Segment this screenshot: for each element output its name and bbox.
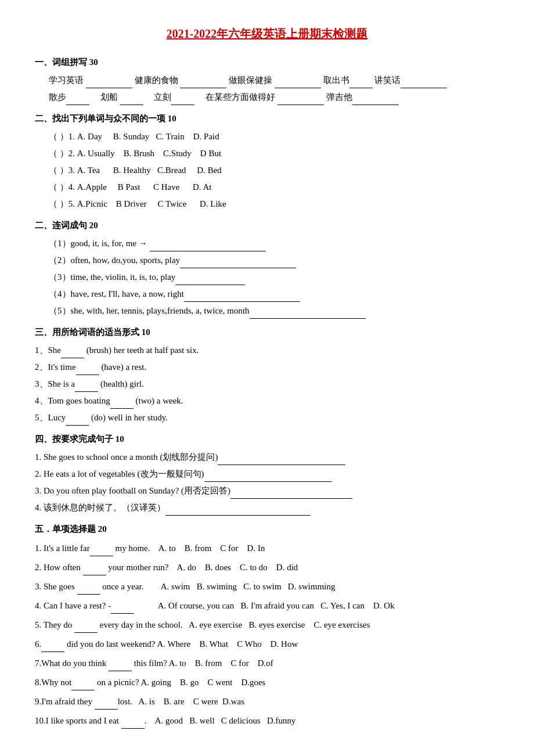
- blank: [400, 79, 447, 88]
- blank: [165, 506, 311, 516]
- blank: [120, 96, 143, 105]
- blank: [250, 309, 366, 319]
- blank: [175, 276, 245, 285]
- blank: [121, 719, 145, 729]
- s6-item-9: 9.I'm afraid they lost. A. is B. are C w…: [35, 694, 499, 710]
- s3-item-4: （4）have, rest, I'll, have, a now, right: [35, 286, 499, 302]
- blank: [74, 624, 98, 633]
- s5-item-1: 1. She goes to school once a month (划线部分…: [35, 449, 499, 465]
- blank: [90, 547, 113, 556]
- blank: [275, 79, 321, 88]
- s4-item-4: 4、Tom goes boating (two) a week.: [35, 393, 499, 409]
- blank: [277, 96, 324, 105]
- s5-item-3: 3. Do you often play football on Sunday?…: [35, 483, 499, 499]
- blank: [230, 489, 352, 499]
- blank: [218, 456, 345, 465]
- blank: [150, 242, 266, 251]
- blank: [86, 79, 132, 88]
- s6-item-6: 6. did you do last weekend? A. Where B. …: [35, 636, 499, 652]
- blank: [83, 566, 106, 575]
- s6-item-10: 10.I like sports and I eat . A. good B. …: [35, 713, 499, 729]
- section-5-header: 四、按要求完成句子 10: [35, 431, 499, 447]
- s6-item-4: 4. Can I have a rest? - A. Of course, yo…: [35, 598, 499, 614]
- s5-item-4: 4. 该到休息的时候了。（汉译英）: [35, 500, 499, 516]
- s4-item-5: 5、Lucy (do) well in her study.: [35, 410, 499, 426]
- s2-item-2: （ ）2. A. Usually B. Brush C.Study D But: [35, 146, 499, 161]
- blank: [61, 349, 84, 358]
- blank: [109, 662, 132, 671]
- section-3-header: 二、连词成句 20: [35, 218, 499, 233]
- section-1-header: 一、词组拼写 30: [35, 55, 499, 70]
- section-2-header: 二、找出下列单词与众不同的一项 10: [35, 111, 499, 127]
- blank: [95, 700, 118, 710]
- s2-item-3: （ ）3. A. Tea B. Healthy C.Bread D. Bed: [35, 163, 499, 178]
- blank: [184, 293, 300, 302]
- blank: [349, 79, 373, 88]
- page-title: 2021-2022年六年级英语上册期末检测题: [35, 23, 499, 44]
- blank: [111, 604, 134, 614]
- section-6-header: 五．单项选择题 20: [35, 521, 499, 537]
- blank: [75, 383, 98, 392]
- blank: [71, 681, 95, 690]
- s2-item-4: （ ）4. A.Apple B Past C Have D. At: [35, 179, 499, 195]
- blank: [66, 96, 89, 105]
- s3-item-5: （5）she, with, her, tennis, plays,friends…: [35, 303, 499, 319]
- s6-item-2: 2. How often your mother run? A. do B. d…: [35, 560, 499, 575]
- s6-item-8: 8.Why not on a picnic? A. going B. go C …: [35, 675, 499, 690]
- s6-item-3: 3. She goes once a year. A. swim B. swim…: [35, 579, 499, 595]
- s1-row1: 学习英语 健康的食物 做眼保健操 取出书 讲笑话: [35, 73, 499, 88]
- s2-item-5: （ ）5. A.Picnic B Driver C Twice D. Like: [35, 196, 499, 212]
- s1-row2: 散步 划船 立刻 在某些方面做得好 弹吉他: [35, 89, 499, 105]
- s6-item-5: 5. They do every day in the school. A. e…: [35, 617, 499, 633]
- s4-item-3: 3、She is a (health) girl.: [35, 376, 499, 392]
- s3-item-2: （2）often, how, do,you, sports, play: [35, 253, 499, 268]
- blank: [180, 79, 226, 88]
- s2-item-1: （ ）1. A. Day B. Sunday C. Train D. Paid: [35, 129, 499, 145]
- blank: [204, 473, 332, 482]
- blank: [76, 366, 99, 375]
- s4-item-1: 1、She (brush) her teeth at half past six…: [35, 343, 499, 358]
- blank: [41, 643, 64, 652]
- blank: [352, 96, 399, 105]
- blank: [180, 259, 296, 268]
- blank: [77, 585, 100, 595]
- s6-item-1: 1. It's a little far my home. A. to B. f…: [35, 541, 499, 556]
- blank: [110, 399, 134, 409]
- s4-item-2: 2、It's time (have) a rest.: [35, 359, 499, 375]
- section-4-header: 三、用所给词语的适当形式 10: [35, 325, 499, 340]
- blank: [171, 96, 194, 105]
- s5-item-2: 2. He eats a lot of vegetables (改为一般疑问句): [35, 466, 499, 482]
- s6-item-7: 7.What do you think this film? A. to B. …: [35, 656, 499, 671]
- blank: [66, 416, 89, 426]
- s3-item-3: （3）time, the, violin, it, is, to, play: [35, 269, 499, 285]
- s3-item-1: （1）good, it, is, for, me →: [35, 236, 499, 251]
